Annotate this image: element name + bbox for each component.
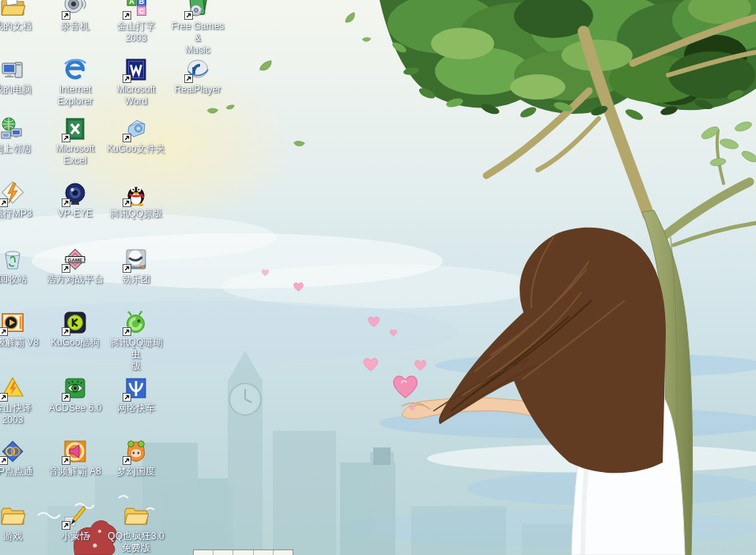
desktop[interactable]: 我的文档我的电脑网上邻居流行MP3回收站超级解霸 V8金山快译 2003PP点点…	[0, 0, 756, 555]
my-computer-icon	[0, 57, 25, 82]
desktop-icon-label: KuGoo文件夹	[107, 143, 164, 155]
desktop-icon-audio-jieba-a8[interactable]: 音频解霸 A8	[45, 439, 105, 478]
desktop-icon-label: 腾讯QQ原版	[110, 208, 163, 220]
desktop-icon-label: 超级解霸 V8	[0, 337, 39, 349]
desktop-icon-vp-eye[interactable]: VP-EYE	[45, 181, 105, 220]
desktop-icon-label: Internet Explorer	[58, 84, 93, 108]
taskbar-window-edge[interactable]	[193, 549, 293, 555]
shortcut-arrow-icon	[0, 393, 8, 402]
shortcut-arrow-icon	[123, 198, 131, 207]
shortcut-arrow-icon	[62, 327, 70, 336]
desktop-icon-label: 游戏	[3, 530, 22, 542]
desktop-icon-qq-yefengkuang-30[interactable]: QQ也疯狂3.0 免费版	[106, 504, 166, 554]
shortcut-arrow-icon	[0, 198, 8, 207]
shortcut-arrow-icon	[62, 134, 70, 142]
shortcut-arrow-icon	[123, 134, 131, 142]
desktop-icon-acdsee-60[interactable]: ACDSee 6.0	[45, 376, 105, 414]
network-places-icon	[0, 116, 25, 142]
desktop-icon-label: 金山快译 2003	[0, 402, 32, 426]
desktop-icon-network-places[interactable]: 网上邻居	[0, 116, 43, 155]
desktop-icon-free-games-music[interactable]: Free Games & Music	[168, 0, 228, 56]
desktop-icon-kugoo-folder[interactable]: KuGoo文件夹	[106, 116, 166, 155]
desktop-icon-label: 劲乐团	[122, 274, 150, 285]
folder-icon	[123, 504, 149, 529]
shortcut-arrow-icon	[62, 198, 70, 207]
helmet-icon	[123, 247, 149, 272]
desktop-icon-label: 腾讯QQ珊瑚虫 版	[106, 337, 166, 372]
desktop-icon-label: 金山打字 2003	[117, 21, 155, 44]
shortcut-arrow-icon	[123, 264, 131, 273]
excel-icon	[62, 116, 88, 142]
internet-explorer-icon	[62, 57, 88, 82]
desktop-icon-label: 小蒙恬	[61, 530, 89, 542]
desktop-icon-label: ACDSee 6.0	[49, 402, 102, 414]
desktop-icon-label: 录音机	[61, 21, 89, 32]
toolbar-segment[interactable]	[194, 550, 214, 555]
audio-horn-icon	[62, 439, 88, 464]
shortcut-arrow-icon	[123, 327, 131, 336]
qq-penguin-icon	[123, 181, 149, 206]
desktop-icon-tencent-qq-coral[interactable]: 腾讯QQ珊瑚虫 版	[106, 310, 166, 372]
desktop-icon-label: 浩方对战平台	[47, 274, 104, 285]
desktop-icon-jinyuetuan[interactable]: 劲乐团	[106, 247, 166, 285]
desktop-icon-label: 梦幻国度	[117, 466, 155, 478]
toolbar-segment[interactable]	[233, 550, 253, 555]
desktop-icon-pp-diandiantong[interactable]: PP点点通	[0, 439, 43, 478]
desktop-icon-recycle-bin[interactable]: 回收站	[0, 247, 43, 285]
desktop-icon-label: KuGoo酷狗	[51, 337, 99, 349]
shortcut-arrow-icon	[123, 11, 131, 20]
acdsee-eye-icon	[62, 376, 88, 401]
kugoo-box-icon	[123, 116, 149, 142]
desktop-icon-label: RealPlayer	[175, 84, 221, 96]
desktop-icon-grid: 我的文档我的电脑网上邻居流行MP3回收站超级解霸 V8金山快译 2003PP点点…	[0, 0, 756, 555]
desktop-icon-menghuan-guodu[interactable]: 梦幻国度	[106, 439, 166, 478]
desktop-icon-label: Free Games & Music	[168, 21, 228, 56]
desktop-icon-chaoji-jieba-v8[interactable]: 超级解霸 V8	[0, 310, 43, 349]
game-diamond-icon	[62, 247, 88, 272]
toolbar-segment[interactable]	[254, 550, 274, 555]
folder-icon	[0, 504, 25, 529]
desktop-icon-tencent-qq-yuanban[interactable]: 腾讯QQ原版	[106, 181, 166, 220]
shortcut-arrow-icon	[62, 456, 70, 465]
desktop-icon-my-computer[interactable]: 我的电脑	[0, 57, 43, 96]
flashget-icon	[123, 376, 149, 401]
desktop-icon-label: 网上邻居	[0, 143, 32, 155]
desktop-icon-wangluo-kuaiche[interactable]: 网络快车	[106, 376, 166, 414]
shortcut-arrow-icon	[62, 11, 70, 20]
desktop-icon-kugoo[interactable]: KuGoo酷狗	[45, 310, 105, 349]
desktop-icon-internet-explorer[interactable]: Internet Explorer	[45, 57, 105, 108]
desktop-icon-jinshan-dazi-2003[interactable]: 金山打字 2003	[106, 0, 166, 44]
pp-rings-icon	[0, 439, 25, 464]
desktop-icon-realplayer[interactable]: RealPlayer	[168, 57, 228, 96]
desktop-icon-label: QQ也疯狂3.0 免费版	[108, 530, 164, 554]
toolbar-segment[interactable]	[214, 550, 233, 555]
desktop-icon-label: 网络快车	[117, 402, 155, 414]
mp3-player-icon	[0, 181, 25, 206]
shortcut-arrow-icon	[184, 11, 193, 20]
desktop-icon-my-documents[interactable]: 我的文档	[0, 0, 43, 32]
desktop-icon-label: VP-EYE	[58, 208, 93, 220]
shortcut-arrow-icon	[62, 393, 70, 402]
desktop-icon-microsoft-excel[interactable]: Microsoft Excel	[45, 116, 105, 167]
desktop-icon-label: 音频解霸 A8	[49, 466, 101, 478]
desktop-icon-xiao-mengtian[interactable]: 小蒙恬	[45, 504, 105, 542]
toolbar-segment[interactable]	[274, 550, 293, 555]
anime-girl-icon	[123, 439, 149, 464]
green-stack-icon	[185, 0, 210, 19]
recycle-bin-icon	[0, 247, 25, 272]
coral-worm-icon	[123, 310, 149, 335]
desktop-icon-games-folder[interactable]: 游戏	[0, 504, 43, 542]
kugoo-k-icon	[62, 310, 88, 335]
desktop-icon-liuxing-mp3[interactable]: 流行MP3	[0, 181, 43, 220]
desktop-icon-jinshan-kuaiyi-2003[interactable]: 金山快译 2003	[0, 376, 43, 426]
desktop-icon-label: 我的电脑	[0, 84, 32, 96]
desktop-icon-microsoft-word[interactable]: Microsoft Word	[106, 57, 166, 108]
desktop-icon-label: 我的文档	[0, 21, 32, 32]
desktop-icon-haofang-platform[interactable]: 浩方对战平台	[45, 247, 105, 285]
shortcut-arrow-icon	[184, 74, 193, 83]
desktop-icon-sound-recorder[interactable]: 录音机	[45, 0, 105, 32]
desktop-icon-label: Microsoft Word	[117, 84, 156, 108]
desktop-icon-label: 回收站	[0, 274, 27, 285]
word-icon	[123, 57, 149, 82]
realplayer-icon	[185, 57, 210, 82]
